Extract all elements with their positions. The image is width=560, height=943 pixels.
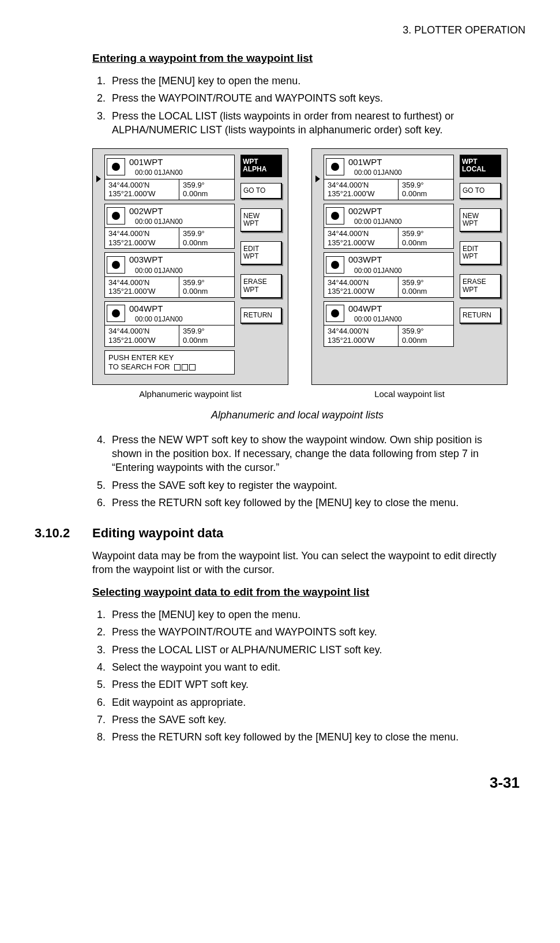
softkey-new-wpt[interactable]: NEWWPT [460,208,501,232]
wpt-lat: 34°44.000'N [328,278,369,287]
wpt-lat: 34°44.000'N [328,229,369,238]
wpt-entry[interactable]: 002WPT 00:00 01JAN00 34°44.000'N135°21.0… [104,204,235,249]
wpt-time: 00:00 01JAN00 [135,315,232,324]
wpt-lon: 135°21.000'W [328,238,374,247]
wpt-lat: 34°44.000'N [108,229,149,238]
wpt-symbol-dot-icon [326,305,344,322]
wpt-lon: 135°21.000'W [108,287,155,295]
softkey-edit-wpt[interactable]: EDITWPT [460,241,501,265]
wpt-bearing: 359.9° [183,278,205,287]
softkey-erase-wpt[interactable]: ERASEWPT [240,274,282,298]
step-item: Press the SAVE soft key to register the … [108,478,502,492]
wpt-lat: 34°44.000'N [108,278,149,287]
figure-caption: Alphanumeric and local waypoint lists [92,408,502,422]
wpt-name: 004WPT [129,303,232,315]
mode-label-alpha: WPTALPHA [240,155,282,177]
wpt-lon: 135°21.000'W [108,336,155,345]
selection-pointer-icon [96,175,101,182]
steps-list-a: Press the [MENU] key to open the menu. P… [92,74,502,137]
wpt-lon: 135°21.000'W [328,189,374,198]
wpt-bearing: 359.9° [402,229,424,238]
step-item: Edit waypoint as appropriate. [108,695,502,709]
wpt-local-panel: 001WPT 00:00 01JAN00 34°44.000'N135°21.0… [311,148,508,385]
wpt-distance: 0.00nm [402,336,427,345]
wpt-entry[interactable]: 003WPT 00:00 01JAN00 34°44.000'N135°21.0… [104,252,235,298]
step-item: Press the NEW WPT soft key to show the w… [108,433,502,475]
wpt-entry[interactable]: 004WPT 00:00 01JAN00 34°44.000'N135°21.0… [104,301,235,347]
wpt-time: 00:00 01JAN00 [135,168,232,177]
search-prompt: PUSH ENTER KEY TO SEARCH FOR [104,350,235,375]
wpt-distance: 0.00nm [402,287,427,295]
step-item: Press the SAVE soft key. [108,713,502,727]
step-item: Press the EDIT WPT soft key. [108,678,502,691]
wpt-bearing: 359.9° [402,181,424,189]
subsection-heading-entering: Entering a waypoint from the waypoint li… [92,51,502,66]
step-item: Select the waypoint you want to edit. [108,660,502,674]
wpt-entry[interactable]: 004WPT 00:00 01JAN00 34°44.000'N135°21.0… [324,301,454,347]
wpt-distance: 0.00nm [402,189,427,198]
wpt-lat: 34°44.000'N [108,327,149,335]
wpt-bearing: 359.9° [402,278,424,287]
wpt-name: 002WPT [129,205,232,217]
section-number: 3.10.2 [35,525,92,542]
wpt-name: 001WPT [129,156,232,168]
mode-label-local: WPTLOCAL [460,155,501,177]
selection-pointer-icon [315,175,320,182]
wpt-alpha-panel: 001WPT 00:00 01JAN00 34°44.000'N135°21.0… [92,148,288,385]
step-item: Press the WAYPOINT/ROUTE and WAYPOINTS s… [108,625,502,639]
steps-list-c: Press the [MENU] key to open the menu. P… [92,608,502,744]
softkey-return[interactable]: RETURN [240,308,282,324]
wpt-lat: 34°44.000'N [328,327,369,335]
figure-sublabel-left: Alphanumeric waypoint list [92,388,288,400]
wpt-entry[interactable]: 003WPT 00:00 01JAN00 34°44.000'N135°21.0… [324,252,454,298]
softkey-edit-wpt[interactable]: EDITWPT [240,241,282,265]
chapter-header: 3. PLOTTER OPERATION [35,23,525,37]
wpt-lat: 34°44.000'N [108,181,149,189]
softkey-erase-wpt[interactable]: ERASEWPT [460,274,501,298]
wpt-symbol-dot-icon [326,207,344,224]
wpt-distance: 0.00nm [183,238,208,247]
page-number: 3-31 [35,773,520,793]
softkey-return[interactable]: RETURN [460,308,501,324]
figure-row: 001WPT 00:00 01JAN00 34°44.000'N135°21.0… [92,148,502,400]
wpt-symbol-dot-icon [107,305,125,322]
wpt-time: 00:00 01JAN00 [354,168,451,177]
wpt-bearing: 359.9° [183,181,205,189]
wpt-time: 00:00 01JAN00 [354,266,451,275]
wpt-bearing: 359.9° [402,327,424,335]
wpt-symbol-dot-icon [107,256,125,274]
wpt-bearing: 359.9° [183,229,205,238]
wpt-symbol-dot-icon [326,158,344,175]
softkey-goto[interactable]: GO TO [460,183,501,199]
search-input-boxes-icon[interactable] [174,364,196,371]
wpt-entry[interactable]: 002WPT 00:00 01JAN00 34°44.000'N135°21.0… [324,204,454,249]
wpt-name: 004WPT [348,303,451,315]
wpt-time: 00:00 01JAN00 [135,217,232,226]
wpt-symbol-dot-icon [107,207,125,224]
wpt-lon: 135°21.000'W [108,238,155,247]
wpt-lat: 34°44.000'N [328,181,369,189]
step-item: Press the LOCAL LIST or ALPHA/NUMERIC LI… [108,643,502,657]
wpt-name: 002WPT [348,205,451,217]
step-item: Press the RETURN soft key followed by th… [108,496,502,510]
wpt-entry[interactable]: 001WPT 00:00 01JAN00 34°44.000'N135°21.0… [324,155,454,200]
wpt-time: 00:00 01JAN00 [354,315,451,324]
wpt-distance: 0.00nm [183,189,208,198]
wpt-name: 003WPT [348,254,451,265]
softkey-goto[interactable]: GO TO [240,183,282,199]
wpt-symbol-dot-icon [326,256,344,274]
step-item: Press the LOCAL LIST (lists waypoints in… [108,109,502,137]
wpt-lon: 135°21.000'W [328,287,374,295]
wpt-distance: 0.00nm [183,336,208,345]
softkey-new-wpt[interactable]: NEWWPT [240,208,282,232]
wpt-time: 00:00 01JAN00 [354,217,451,226]
wpt-lon: 135°21.000'W [108,189,155,198]
wpt-time: 00:00 01JAN00 [135,266,232,275]
section-title: Editing waypoint data [92,525,223,542]
wpt-bearing: 359.9° [183,327,205,335]
wpt-entry[interactable]: 001WPT 00:00 01JAN00 34°44.000'N135°21.0… [104,155,235,200]
step-item: Press the [MENU] key to open the menu. [108,74,502,88]
wpt-symbol-dot-icon [107,158,125,175]
figure-sublabel-right: Local waypoint list [311,388,508,400]
search-line1: PUSH ENTER KEY [108,353,174,362]
